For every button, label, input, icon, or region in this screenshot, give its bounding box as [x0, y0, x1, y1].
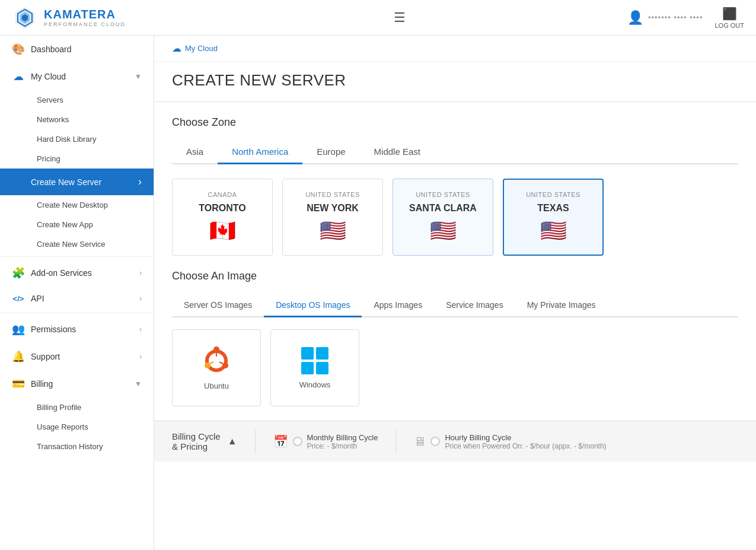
- monthly-info: Monthly Billing Cycle Price: - $/month: [307, 433, 378, 450]
- hourly-label: Hourly Billing Cycle: [445, 433, 606, 442]
- hourly-radio[interactable]: [430, 437, 440, 446]
- api-chevron: ›: [139, 294, 142, 303]
- svg-point-7: [222, 363, 228, 368]
- sidebar-item-permissions[interactable]: 👥 Permissions ›: [0, 316, 154, 343]
- sidebar-label-api: API: [31, 294, 44, 303]
- svg-rect-12: [316, 347, 328, 360]
- zone-card-new-york[interactable]: UNITED STATES NEW YORK 🇺🇸: [282, 179, 383, 256]
- ubuntu-icon: [202, 346, 231, 376]
- sidebar-item-billing-profile[interactable]: Billing Profile: [31, 398, 154, 417]
- sidebar-label-my-cloud: My Cloud: [31, 72, 66, 81]
- dashboard-icon: 🎨: [12, 43, 25, 56]
- zone-section-title: Choose Zone: [172, 116, 738, 129]
- billing-title-area: Billing Cycle & Pricing ▲: [172, 431, 237, 452]
- toronto-flag: 🇨🇦: [209, 218, 236, 243]
- sidebar-item-create-new-server[interactable]: Create New Server ›: [0, 169, 154, 195]
- billing-option-hourly[interactable]: 🖥 Hourly Billing Cycle Price when Powere…: [414, 433, 606, 450]
- sidebar-item-dashboard[interactable]: 🎨 Dashboard: [0, 36, 154, 63]
- support-icon: 🔔: [12, 350, 25, 363]
- tab-north-america[interactable]: North America: [218, 141, 302, 164]
- sc-city: SANTA CLARA: [409, 203, 477, 214]
- sidebar-item-create-new-desktop[interactable]: Create New Desktop: [31, 195, 154, 215]
- toronto-city: TORONTO: [199, 203, 245, 214]
- windows-label: Windows: [299, 380, 331, 389]
- logout-button[interactable]: ⬛ LOG OUT: [714, 7, 744, 29]
- zone-cards: CANADA TORONTO 🇨🇦 UNITED STATES NEW YORK…: [172, 179, 738, 256]
- sidebar-label-billing: Billing: [31, 379, 53, 389]
- sidebar-label-dashboard: Dashboard: [31, 44, 72, 54]
- monthly-label: Monthly Billing Cycle: [307, 433, 378, 442]
- permissions-icon: 👥: [12, 323, 25, 336]
- sidebar-item-pricing[interactable]: Pricing: [31, 149, 154, 169]
- sc-country: UNITED STATES: [416, 191, 470, 198]
- svg-rect-14: [316, 362, 328, 374]
- zone-section: Choose Zone Asia North America Europe Mi…: [154, 102, 756, 270]
- billing-title-line2: & Pricing: [172, 441, 221, 452]
- breadcrumb-label: My Cloud: [185, 44, 218, 53]
- header-center: ☰: [388, 10, 406, 26]
- user-area: 👤 ••••••• •••• ••••: [627, 10, 703, 26]
- sidebar-sub-my-cloud: Servers Networks Hard Disk Library Prici…: [0, 90, 154, 169]
- logo-area: KAMATERA PERFORMANCE CLOUD: [12, 5, 166, 31]
- sidebar-item-billing[interactable]: 💳 Billing ▼: [0, 370, 154, 398]
- image-section-title: Choose An Image: [172, 270, 738, 282]
- app-body: 🎨 Dashboard ☁ My Cloud ▼ Servers Network…: [0, 36, 756, 550]
- sidebar-item-usage-reports[interactable]: Usage Reports: [31, 417, 154, 437]
- billing-footer: Billing Cycle & Pricing ▲ 📅 Monthly Bill…: [154, 421, 756, 462]
- ubuntu-svg: [202, 346, 231, 376]
- tab-server-os[interactable]: Server OS Images: [172, 294, 264, 317]
- tab-europe[interactable]: Europe: [302, 141, 359, 164]
- tab-apps[interactable]: Apps Images: [362, 294, 434, 317]
- ubuntu-label: Ubuntu: [204, 381, 229, 390]
- logo-text: KAMATERA PERFORMANCE CLOUD: [44, 8, 126, 27]
- hourly-info: Hourly Billing Cycle Price when Powered …: [445, 433, 606, 450]
- zone-card-texas[interactable]: UNITED STATES TEXAS 🇺🇸: [503, 179, 604, 256]
- logout-icon: ⬛: [722, 7, 737, 21]
- logout-label: LOG OUT: [714, 22, 744, 29]
- texas-flag: 🇺🇸: [540, 218, 567, 243]
- image-card-windows[interactable]: Windows: [270, 329, 359, 406]
- monthly-radio[interactable]: [293, 437, 302, 446]
- sidebar-label-create-new-server: Create New Server: [31, 177, 101, 187]
- sidebar-item-networks[interactable]: Networks: [31, 110, 154, 129]
- image-card-ubuntu[interactable]: Ubuntu: [172, 329, 261, 406]
- top-header: KAMATERA PERFORMANCE CLOUD ☰ 👤 ••••••• •…: [0, 0, 756, 36]
- sidebar-item-hard-disk-library[interactable]: Hard Disk Library: [31, 129, 154, 149]
- texas-city: TEXAS: [537, 203, 569, 214]
- billing-option-monthly[interactable]: 📅 Monthly Billing Cycle Price: - $/month: [273, 433, 378, 450]
- ny-flag: 🇺🇸: [320, 218, 346, 243]
- hamburger-button[interactable]: ☰: [394, 10, 406, 26]
- texas-country: UNITED STATES: [526, 191, 580, 198]
- sidebar-item-add-on-services[interactable]: 🧩 Add-on Services ›: [0, 259, 154, 287]
- tab-asia[interactable]: Asia: [172, 141, 218, 164]
- sidebar-item-my-cloud[interactable]: ☁ My Cloud ▼: [0, 63, 154, 90]
- zone-card-santa-clara[interactable]: UNITED STATES SANTA CLARA 🇺🇸: [393, 179, 493, 256]
- toronto-country: CANADA: [208, 191, 237, 198]
- support-chevron: ›: [139, 352, 142, 361]
- sidebar-item-servers[interactable]: Servers: [31, 90, 154, 110]
- breadcrumb-icon: ☁: [172, 43, 181, 54]
- calendar-icon: 📅: [273, 434, 288, 449]
- ny-country: UNITED STATES: [305, 191, 360, 198]
- sidebar-item-transaction-history[interactable]: Transaction History: [31, 437, 154, 456]
- image-cards: Ubuntu Windows: [172, 329, 738, 406]
- svg-point-6: [205, 363, 210, 368]
- clock-icon: 🖥: [414, 435, 426, 449]
- sidebar-item-support[interactable]: 🔔 Support ›: [0, 343, 154, 370]
- billing-icon: 💳: [12, 377, 25, 390]
- page-title-area: CREATE NEW SERVER: [154, 62, 756, 102]
- logo-sub: PERFORMANCE CLOUD: [44, 21, 126, 27]
- tab-service[interactable]: Service Images: [434, 294, 515, 317]
- billing-collapse-chevron[interactable]: ▲: [228, 436, 237, 447]
- tab-middle-east[interactable]: Middle East: [360, 141, 435, 164]
- tab-desktop-os[interactable]: Desktop OS Images: [264, 294, 362, 317]
- zone-card-toronto[interactable]: CANADA TORONTO 🇨🇦: [172, 179, 273, 256]
- sidebar-item-create-new-service[interactable]: Create New Service: [31, 234, 154, 254]
- kamatera-logo-icon: [12, 5, 38, 31]
- tab-private[interactable]: My Private Images: [515, 294, 608, 317]
- sidebar-label-addon: Add-on Services: [31, 268, 92, 278]
- sidebar-item-create-new-app[interactable]: Create New App: [31, 215, 154, 234]
- sidebar-sub-more: Create New Desktop Create New App Create…: [0, 195, 154, 254]
- create-server-chevron: ›: [138, 176, 142, 188]
- sidebar-item-api[interactable]: </> API ›: [0, 287, 154, 310]
